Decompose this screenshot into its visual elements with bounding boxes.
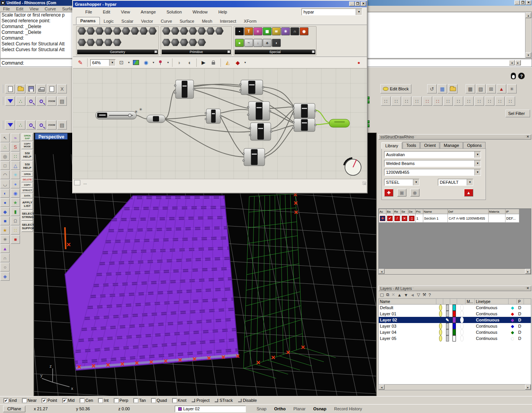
preview-eye-icon[interactable]: ◉ bbox=[142, 58, 150, 67]
layers-header-modified[interactable]: M... bbox=[466, 299, 475, 304]
viewport-title-tab[interactable]: Perspective bbox=[35, 133, 68, 140]
chevron-down-icon[interactable]: ▼ bbox=[356, 9, 362, 15]
zoom-extents-icon[interactable] bbox=[36, 97, 46, 106]
layer-print[interactable]: D bbox=[517, 305, 524, 311]
layers-header-blank[interactable] bbox=[436, 299, 443, 304]
layer-visibility[interactable] bbox=[436, 323, 443, 329]
expand-corner-icon[interactable] bbox=[154, 50, 157, 53]
cell-num[interactable]: 1 bbox=[416, 214, 423, 223]
cell-name[interactable]: Section 1 bbox=[423, 214, 448, 223]
statusbar-toggle-planar[interactable]: Planar bbox=[290, 406, 310, 412]
arc-icon[interactable]: ◠ bbox=[0, 170, 10, 179]
toolbar-grip[interactable] bbox=[2, 97, 3, 105]
osnap-tan[interactable]: Tan bbox=[134, 398, 146, 403]
layer-name[interactable]: Layer 02 bbox=[379, 317, 436, 323]
collapse-icon[interactable]: ◄ bbox=[410, 293, 414, 297]
point-array-icon[interactable]: ∷ bbox=[412, 97, 422, 106]
struct-tab-options[interactable]: Options bbox=[463, 142, 486, 148]
osnap-project[interactable]: Project bbox=[192, 398, 209, 403]
statusbar-toggle-record-history[interactable]: Record History bbox=[330, 406, 366, 412]
picker-icon[interactable]: ▮ bbox=[11, 207, 20, 216]
move-icon[interactable]: ∴ bbox=[16, 97, 25, 106]
close-button[interactable]: ✕ bbox=[526, 0, 531, 5]
color-swatch[interactable] bbox=[452, 317, 456, 323]
menu-view[interactable]: View bbox=[27, 7, 42, 11]
chevron-down-icon[interactable]: ▼ bbox=[109, 60, 115, 66]
array-icon[interactable]: ✳ bbox=[11, 170, 20, 179]
diamond-icon[interactable]: ◆ bbox=[510, 311, 514, 317]
unlock-icon[interactable] bbox=[446, 305, 449, 311]
cell-ip[interactable]: DEF... bbox=[505, 214, 519, 223]
scroll-left-icon[interactable]: ◄ bbox=[379, 269, 384, 274]
document-combobox[interactable]: hypar ▼ bbox=[302, 8, 362, 15]
layer-color-swatch[interactable] bbox=[450, 329, 457, 335]
statusbar-toggle-ortho[interactable]: Ortho bbox=[270, 406, 290, 412]
special-param-icon[interactable]: ≋ bbox=[272, 27, 281, 35]
special-param-icon[interactable]: ◉ bbox=[300, 27, 308, 35]
zoom-extents-icon[interactable] bbox=[36, 120, 46, 130]
color-swatch[interactable] bbox=[452, 335, 456, 341]
edit-block-button[interactable]: Edit Block bbox=[380, 84, 411, 93]
layer-name[interactable]: Default bbox=[379, 305, 436, 311]
cut-icon[interactable]: X bbox=[57, 84, 67, 93]
geometry-param-icon[interactable] bbox=[95, 39, 104, 46]
layer-lock[interactable] bbox=[443, 311, 450, 317]
chevron-down-icon[interactable]: ▼ bbox=[467, 179, 473, 185]
layer-lock[interactable] bbox=[443, 323, 450, 329]
point-array-icon[interactable]: ∷ bbox=[505, 97, 515, 106]
layer-color-swatch[interactable] bbox=[450, 305, 457, 311]
grasshopper-component[interactable] bbox=[249, 123, 272, 140]
cplane-button[interactable]: CPlane bbox=[3, 406, 25, 412]
dots-icon[interactable]: ∷ bbox=[11, 226, 20, 235]
layers-header-blank[interactable] bbox=[450, 299, 457, 304]
primitive-param-icon[interactable] bbox=[189, 27, 197, 35]
canvas-image-icon[interactable] bbox=[132, 58, 140, 67]
table-header-ac[interactable]: Ac bbox=[379, 209, 386, 214]
layers-header-name[interactable]: Name bbox=[379, 299, 436, 304]
color-swatch[interactable] bbox=[452, 305, 456, 311]
layer-visibility[interactable] bbox=[436, 305, 443, 311]
table-header-re[interactable]: Re bbox=[394, 209, 401, 214]
tool-button[interactable]: ▣ bbox=[397, 189, 406, 197]
grasshopper-canvas[interactable]: ✳✳ bbox=[73, 68, 367, 179]
brush-icon[interactable]: / bbox=[394, 216, 400, 221]
table-header-name[interactable]: Name bbox=[423, 209, 448, 214]
geometry-param-icon[interactable] bbox=[148, 27, 157, 35]
layer-linetype[interactable]: Continuous bbox=[475, 311, 509, 317]
cell-def[interactable]: CAT A-WB 1200WB455 bbox=[448, 214, 489, 223]
expand-corner-icon[interactable] bbox=[312, 50, 315, 53]
color-swatch[interactable] bbox=[452, 329, 456, 335]
menu-file[interactable]: File bbox=[0, 7, 13, 11]
gh-menu-view[interactable]: View bbox=[116, 10, 136, 14]
layer-modified[interactable] bbox=[466, 317, 475, 323]
zoom-window-icon[interactable] bbox=[26, 97, 36, 106]
table-header-de[interactable]: De bbox=[408, 209, 416, 214]
special-param-icon[interactable]: ▦ bbox=[263, 27, 272, 35]
osnap-mid[interactable]: ✔Mid bbox=[63, 398, 75, 403]
flat-toggle-icon[interactable] bbox=[238, 399, 242, 402]
sel-filter-button[interactable]: Sel Filter bbox=[505, 110, 530, 117]
delete-layer-icon[interactable]: ✕ bbox=[391, 292, 395, 297]
gh-tab-scalar[interactable]: Scalar bbox=[118, 18, 137, 25]
primitive-param-icon[interactable] bbox=[180, 27, 188, 35]
gem-icon[interactable]: ◆ bbox=[234, 58, 242, 67]
gh-tab-params[interactable]: Params bbox=[76, 17, 100, 25]
struct-tab-tools[interactable]: Tools bbox=[403, 142, 420, 148]
grasshopper-window[interactable]: Grasshopper - hypar _ ❐ ✕ FileEditViewAr… bbox=[72, 0, 368, 193]
layer-lock[interactable] bbox=[443, 305, 450, 311]
gh-tab-curve[interactable]: Curve bbox=[157, 18, 176, 25]
rotate-icon[interactable]: ↺ bbox=[427, 84, 437, 93]
not-current-icon[interactable] bbox=[460, 305, 464, 311]
checkbox-unchecked[interactable] bbox=[151, 398, 156, 403]
chevron-down-icon[interactable]: ▼ bbox=[474, 160, 481, 167]
grasshopper-component[interactable] bbox=[293, 103, 317, 118]
special-param-icon[interactable]: ♣ bbox=[263, 39, 272, 47]
cell-trash-icon[interactable]: ▯ bbox=[408, 214, 416, 223]
helix-icon[interactable]: S bbox=[11, 143, 20, 152]
grasshopper-component[interactable] bbox=[205, 109, 222, 123]
osnap-near[interactable]: Near bbox=[22, 398, 37, 403]
layers-header-blank[interactable] bbox=[457, 299, 466, 304]
palette-button-ssi-help[interactable]: SSI HELP bbox=[22, 161, 33, 172]
geometry-param-icon[interactable] bbox=[86, 39, 95, 46]
zoom-text-icon[interactable]: ZOOM bbox=[47, 120, 56, 130]
